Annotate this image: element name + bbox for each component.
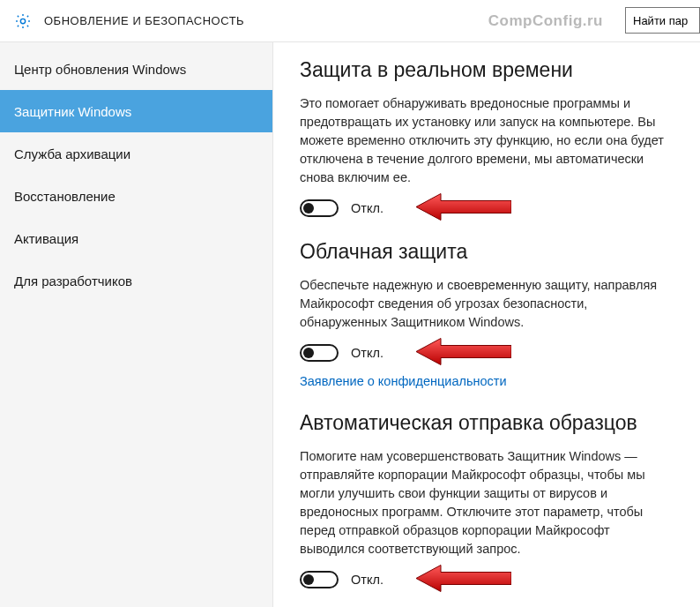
toggle-row-realtime: Откл.: [300, 199, 672, 217]
sidebar-item-label: Служба архивации: [14, 146, 130, 161]
toggle-row-samples: Откл.: [300, 571, 672, 588]
section-realtime-protection: Защита в реальном времени Это помогает о…: [300, 58, 672, 217]
annotation-arrow-icon: [414, 337, 511, 370]
sidebar-item-developers[interactable]: Для разработчиков: [0, 259, 272, 302]
annotation-arrow-icon: [414, 192, 511, 225]
sidebar-item-label: Защитник Windows: [14, 104, 131, 119]
samples-toggle[interactable]: [300, 571, 339, 588]
section-description: Это помогает обнаруживать вредоносные пр…: [300, 94, 670, 187]
section-sample-submission: Автоматическая отправка образцов Помогит…: [300, 411, 672, 588]
section-title: Защита в реальном времени: [300, 58, 672, 82]
sidebar-item-label: Центр обновления Windows: [14, 62, 186, 77]
realtime-toggle[interactable]: [300, 199, 339, 217]
sidebar-item-backup[interactable]: Служба архивации: [0, 132, 272, 175]
gear-icon: [14, 12, 32, 30]
toggle-label: Откл.: [351, 346, 384, 360]
annotation-arrow-icon: [414, 564, 511, 596]
section-cloud-protection: Облачная защита Обеспечьте надежную и св…: [300, 240, 672, 388]
sidebar: Центр обновления Windows Защитник Window…: [0, 42, 273, 607]
sidebar-item-update-center[interactable]: Центр обновления Windows: [0, 48, 272, 90]
header: ОБНОВЛЕНИЕ И БЕЗОПАСНОСТЬ CompConfig.ru: [0, 0, 700, 42]
sidebar-item-activation[interactable]: Активация: [0, 217, 272, 259]
svg-point-0: [20, 19, 25, 23]
sidebar-item-label: Активация: [14, 231, 78, 246]
section-description: Обеспечьте надежную и своевременную защи…: [300, 276, 670, 332]
watermark: CompConfig.ru: [488, 12, 603, 30]
page-title: ОБНОВЛЕНИЕ И БЕЗОПАСНОСТЬ: [44, 14, 244, 27]
toggle-row-cloud: Откл.: [300, 344, 672, 362]
content: Защита в реальном времени Это помогает о…: [273, 42, 700, 607]
main: Центр обновления Windows Защитник Window…: [0, 42, 700, 607]
section-title: Облачная защита: [300, 240, 672, 264]
section-description: Помогите нам усовершенствовать Защитник …: [300, 447, 670, 558]
toggle-label: Откл.: [351, 573, 384, 587]
cloud-toggle[interactable]: [300, 344, 339, 362]
sidebar-item-label: Для разработчиков: [14, 274, 132, 289]
section-title: Автоматическая отправка образцов: [300, 411, 672, 435]
sidebar-item-recovery[interactable]: Восстановление: [0, 175, 272, 217]
search-input[interactable]: [625, 7, 700, 34]
toggle-label: Откл.: [351, 201, 384, 215]
sidebar-item-label: Восстановление: [14, 189, 115, 204]
sidebar-item-defender[interactable]: Защитник Windows: [0, 90, 272, 132]
privacy-statement-link[interactable]: Заявление о конфиденциальности: [300, 374, 507, 388]
